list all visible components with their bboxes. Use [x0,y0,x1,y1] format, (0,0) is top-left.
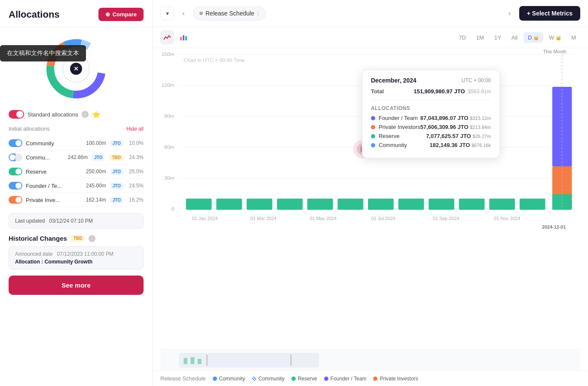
period-1y[interactable]: 1Y [490,32,505,43]
svg-rect-24 [216,199,242,210]
legend-community-striped: Community [252,376,285,382]
legend-founder-team: Founder / Team [324,376,367,382]
tooltip-reserve-value: 7,077,625.57 JTO $26.27m [426,133,491,139]
star-icon[interactable]: ⭐ [92,110,101,119]
legend-community-striped-label: Community [258,376,285,382]
historical-changes-info-icon[interactable]: i [89,235,95,242]
donut-chart: ✕ [42,34,110,103]
compare-icon: ⊕ [105,11,110,18]
svg-text:✕: ✕ [74,65,79,72]
legend-community-solid: Community [213,376,245,382]
legend-community-solid-dot [213,377,217,381]
reserve-jto-badge: JTO [110,168,123,175]
svg-text:01 May 2024: 01 May 2024 [309,216,337,221]
select-metrics-button[interactable]: + Select Metrics [519,6,580,21]
historical-changes-title: Historical Changes [9,235,67,242]
legend-founder-label: Founder / Team [331,376,367,382]
svg-rect-55 [191,357,195,364]
svg-rect-28 [338,199,364,210]
community-tbd-pct: 24.3% [127,154,144,160]
period-7d[interactable]: 7D [454,32,470,43]
community-jto-badge: JTO [110,140,123,147]
tooltip-private-value: 57,606,309.96 JTO $213.84m [420,124,491,130]
chart-wrapper: This Month 150m 120m 90m 60m 30m 0 Chart… [160,48,580,349]
historical-changes-tbd-badge: TBD [71,235,85,242]
allocations-header: Initial allocations Hide all [9,126,144,132]
svg-rect-26 [277,199,303,210]
sidebar-header: Allocations ⊕ Compare [0,0,152,28]
period-all[interactable]: All [507,32,522,43]
last-updated-section: Last updated 03/12/24 07:10 PM [9,213,144,229]
community-pct: 10.0% [127,140,144,146]
legend-founder-dot [324,377,328,381]
tooltip-founder-dot [371,116,375,120]
reserve-toggle[interactable] [9,168,22,175]
compare-button[interactable]: ⊕ Compare [98,8,144,21]
svg-rect-9 [185,36,187,40]
svg-text:150m: 150m [162,52,175,56]
period-1m[interactable]: 1M [472,32,488,43]
see-more-button[interactable]: See more [9,276,144,295]
standard-allocations-row: Standard allocations i ⭐ [0,107,152,124]
line-chart-icon[interactable] [160,31,174,44]
period-d[interactable]: D 👑 [524,32,543,43]
top-bar: ▾ ‹ Release Schedule ⁞ › + Select Metric… [153,0,588,27]
chevron-down-button[interactable]: ▾ [160,6,174,20]
hide-all-button[interactable]: Hide all [126,126,144,132]
tooltip-community-row: Community 182,149.36 JTO $676.16k [371,142,491,148]
reserve-name: Reserve [26,168,83,175]
legend-reserve-dot [291,377,296,381]
legend-community-solid-label: Community [219,376,245,382]
tooltip-community-label: Community [371,142,407,148]
standard-allocations-info-icon[interactable]: i [82,111,89,118]
legend-reserve: Reserve [291,376,317,382]
svg-text:01 Nov 2024: 01 Nov 2024 [494,216,521,221]
this-month-label: This Month [543,49,567,54]
allocation-community: Community 100.00m JTO 10.0% [9,136,144,150]
svg-rect-29 [368,199,394,210]
legend-private-investors-dot [373,377,377,381]
community-tbd-toggle[interactable] [9,153,22,161]
page-title: Allocations [9,9,60,20]
tooltip-private-investors-row: Private Investors 57,606,309.96 JTO $213… [371,124,491,130]
standard-allocations-toggle[interactable] [9,110,24,119]
historical-changes-header: Historical Changes TBD i [9,235,144,242]
founder-toggle[interactable] [9,182,22,190]
community-toggle[interactable] [9,139,22,147]
period-buttons: 7D 1M 1Y All D 👑 W 👑 M [454,32,580,43]
period-w[interactable]: W 👑 [545,32,565,43]
period-m[interactable]: M [567,32,580,43]
svg-rect-31 [429,199,454,210]
tooltip-month: December, 2024 [371,77,416,84]
last-updated-label: Last updated [15,218,45,224]
bar-chart-icon[interactable] [177,31,190,44]
tooltip-founder-row: Founder / Team 87,043,896.07 JTO $323.12… [371,115,491,121]
private-investors-toggle[interactable] [9,196,22,204]
svg-rect-27 [307,199,333,210]
svg-text:0: 0 [172,206,175,211]
mini-chart-area[interactable] [160,349,580,371]
tooltip-total-label: Total [371,88,384,95]
svg-text:Chart in UTC + 00:00 Time: Chart in UTC + 00:00 Time [184,58,245,62]
tooltip-private-investors-label: Private Investors [371,124,420,130]
community-name: Community [26,140,83,147]
release-schedule-separator: ⁞ [257,9,259,18]
last-updated-value: 03/12/24 07:10 PM [49,218,92,224]
allocation-reserve: Reserve 250.00m JTO 25.0% [9,165,144,179]
reserve-pct: 25.0% [127,168,144,175]
tooltip-private-dot [371,125,375,129]
nav-left-arrow[interactable]: ‹ [178,7,190,19]
svg-text:01 Jan 2024: 01 Jan 2024 [192,216,218,221]
release-schedule-pill[interactable]: Release Schedule ⁞ [193,6,266,21]
community-tbd-jto-badge: JTO [92,154,104,161]
chart-area: This Month 150m 120m 90m 60m 30m 0 Chart… [153,48,588,349]
private-investors-name: Private Inve... [26,197,83,203]
tooltip-header: December, 2024 UTC + 00:00 [371,77,491,84]
main-content: ▾ ‹ Release Schedule ⁞ › + Select Metric… [153,0,588,386]
community-tbd-badge: TBD [110,154,123,161]
svg-text:60m: 60m [164,144,174,149]
svg-rect-30 [398,199,424,210]
nav-right-arrow[interactable]: › [504,7,516,19]
svg-text:01 Sep 2024: 01 Sep 2024 [433,216,459,221]
mini-chart-svg [160,349,580,371]
